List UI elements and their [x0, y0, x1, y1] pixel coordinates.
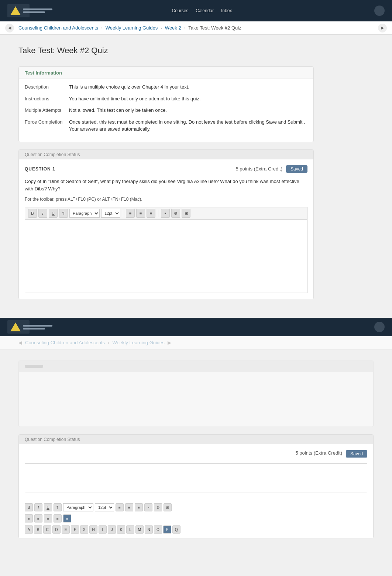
q2-toolbar-r3-btn9[interactable]: I	[99, 525, 107, 534]
question-2-bottom-toolbars: B I U ¶ Paragraph 12pt ≡ ≡ ≡ ⁍ ⚙ ⊞	[19, 499, 373, 538]
breadcrumb-section-link[interactable]: Weekly Learning Guides	[106, 25, 158, 31]
q2-toolbar-italic-btn[interactable]: I	[34, 503, 42, 511]
q2-toolbar-para-select[interactable]: Paragraph	[63, 503, 93, 511]
test-info-header: Test Information	[19, 67, 313, 79]
q2-toolbar-r2-btn2[interactable]: ≡	[34, 514, 42, 522]
toolbar-size-select[interactable]: 12pt	[101, 209, 120, 218]
q2-toolbar-para-btn[interactable]: ¶	[54, 503, 62, 511]
nav-link-inbox[interactable]: Inbox	[221, 8, 232, 13]
q2-toolbar-r3-btn7[interactable]: G	[80, 525, 88, 534]
question-2-editor-area[interactable]	[25, 463, 367, 493]
q2-toolbar-settings-btn[interactable]: ⚙	[154, 503, 162, 511]
question-1-points: 5 points (Extra Credit)	[236, 166, 282, 172]
force-completion-label: Force Completion	[25, 118, 69, 133]
second-bc-left-icon: ◀	[18, 340, 22, 345]
toolbar-grid-btn[interactable]: ⊞	[182, 209, 190, 218]
q2-toolbar-r3-btn8[interactable]: H	[89, 525, 97, 534]
question-1-toolbar-hint: For the toolbar, press ALT+F10 (PC) or A…	[25, 197, 307, 202]
q2-toolbar-r3-btn6[interactable]: F	[71, 525, 79, 534]
question-1-text: Copy of In "Dibs of Search of Self", wha…	[25, 178, 307, 193]
nav-link-courses[interactable]: Courses	[172, 8, 189, 13]
force-completion-text: Once started, this test must be complete…	[69, 119, 305, 125]
nav-links: Courses Calendar Inbox	[172, 8, 232, 13]
force-completion-value: Once started, this test must be complete…	[69, 118, 307, 133]
q2-toolbar-r3-btn3[interactable]: C	[43, 525, 51, 534]
test-information-card: Test Information Description This is a m…	[18, 66, 314, 142]
q2-toolbar-align1-btn[interactable]: ≡	[116, 503, 124, 511]
breadcrumb-course-link[interactable]: Counseling Children and Adolescents	[18, 25, 98, 31]
q2-toolbar-align3-btn[interactable]: ≡	[135, 503, 143, 511]
force-completion-row: Force Completion Once started, this test…	[25, 118, 307, 133]
q2-toolbar-r3-btn14[interactable]: N	[145, 525, 153, 534]
q2-toolbar-list-btn[interactable]: ⁍	[144, 503, 152, 511]
right-arrow-icon: ▶	[381, 25, 384, 30]
q2-toolbar-align2-btn[interactable]: ≡	[125, 503, 133, 511]
toolbar-paragraph-select[interactable]: Paragraph	[69, 209, 100, 218]
logo	[7, 4, 30, 17]
blurred-placeholder-card	[18, 361, 374, 427]
toolbar-align-right-btn[interactable]: ≡	[147, 209, 155, 218]
question-2-section: Question Completion Status 5 points (Ext…	[18, 434, 374, 538]
q2-toolbar-row-1: B I U ¶ Paragraph 12pt ≡ ≡ ≡ ⁍ ⚙ ⊞	[25, 502, 367, 513]
nav-link-calendar[interactable]: Calendar	[196, 8, 214, 13]
logo-text	[23, 8, 52, 13]
q2-toolbar-row-2: ≡ ≡ ≡ ≡ ≡	[25, 513, 367, 524]
second-logo-line-1	[23, 325, 52, 327]
logo-triangle-icon	[10, 6, 21, 15]
q2-toolbar-r3-btn1[interactable]: A	[25, 525, 33, 534]
q2-toolbar-r3-btn10[interactable]: J	[108, 525, 116, 534]
breadcrumb-week-link[interactable]: Week 2	[165, 25, 181, 31]
multiple-attempts-value: Not allowed. This test can only be taken…	[69, 107, 307, 114]
breadcrumb-back-button[interactable]: ◀	[5, 24, 14, 32]
breadcrumb-next-button[interactable]: ▶	[378, 24, 387, 32]
q2-toolbar-bold-btn[interactable]: B	[25, 503, 33, 511]
question-1-number: QUESTION 1	[25, 166, 55, 172]
toolbar-list-btn[interactable]: ⁍	[161, 209, 170, 218]
q2-toolbar-grid-btn[interactable]: ⊞	[164, 503, 172, 511]
toolbar-align-left-btn[interactable]: ≡	[126, 209, 135, 218]
q2-toolbar-r2-btn1[interactable]: ≡	[25, 514, 33, 522]
multiple-attempts-row: Multiple Attempts Not allowed. This test…	[25, 107, 307, 114]
top-navigation: Courses Calendar Inbox	[0, 0, 392, 21]
q2-toolbar-r2-btn4[interactable]: ≡	[54, 514, 62, 522]
question-2-saved-badge: Saved	[346, 450, 367, 458]
second-bc-course[interactable]: Counseling Children and Adolescents	[25, 340, 105, 345]
q2-toolbar-r3-btn5[interactable]: E	[62, 525, 70, 534]
toolbar-bold-btn[interactable]: B	[28, 209, 37, 218]
question-1-body: QUESTION 1 5 points (Extra Credit) Saved…	[19, 159, 313, 299]
question-1-section: Question Completion Status QUESTION 1 5 …	[18, 149, 314, 300]
test-info-body: Description This is a multiple choice qu…	[19, 79, 313, 142]
q2-toolbar-r3-btn17[interactable]: Q	[172, 525, 180, 534]
q2-toolbar-r3-btn11[interactable]: K	[117, 525, 125, 534]
user-avatar[interactable]	[374, 6, 385, 16]
q2-toolbar-r3-btn12[interactable]: L	[126, 525, 134, 534]
q2-toolbar-r3-btn13[interactable]: M	[135, 525, 144, 534]
q2-toolbar-underline-btn[interactable]: U	[44, 503, 52, 511]
logo-line-2	[23, 11, 45, 13]
second-bc-section[interactable]: Weekly Learning Guides	[112, 340, 164, 345]
q2-toolbar-r3-btn4[interactable]: D	[52, 525, 61, 534]
question-1-editor-area[interactable]	[25, 219, 307, 293]
nav-right	[374, 6, 385, 16]
question-1-header-bar: Question Completion Status	[19, 150, 313, 159]
q2-toolbar-r3-btn15[interactable]: O	[154, 525, 162, 534]
q2-toolbar-r3-btn16[interactable]: P	[163, 525, 171, 534]
second-logo-triangle-icon	[10, 323, 21, 331]
toolbar-underline-btn[interactable]: U	[49, 209, 58, 218]
instructions-label: Instructions	[25, 95, 69, 103]
toolbar-italic-btn[interactable]: I	[38, 209, 47, 218]
instructions-row: Instructions You have unlimited time but…	[25, 95, 307, 103]
question-1-meta: QUESTION 1 5 points (Extra Credit) Saved	[25, 165, 307, 173]
question-1-editor-toolbar: B I U ¶ Paragraph 12pt ≡ ≡ ≡ ⁍	[25, 207, 307, 219]
toolbar-paragraph-btn[interactable]: ¶	[59, 209, 68, 218]
breadcrumb-bar: ◀ Counseling Children and Adolescents › …	[0, 21, 392, 35]
toolbar-settings-btn[interactable]: ⚙	[171, 209, 180, 218]
toolbar-align-center-btn[interactable]: ≡	[136, 209, 145, 218]
q2-toolbar-r2-btn3[interactable]: ≡	[44, 514, 52, 522]
q2-toolbar-r3-btn2[interactable]: B	[34, 525, 42, 534]
q2-toolbar-size-select[interactable]: 12pt	[95, 503, 114, 511]
logo-line-1	[23, 8, 52, 10]
second-user-avatar[interactable]	[374, 322, 385, 332]
auto-save-note: Your answers are saved automatically.	[69, 126, 151, 132]
q2-toolbar-r2-btn5[interactable]: ≡	[63, 514, 71, 522]
